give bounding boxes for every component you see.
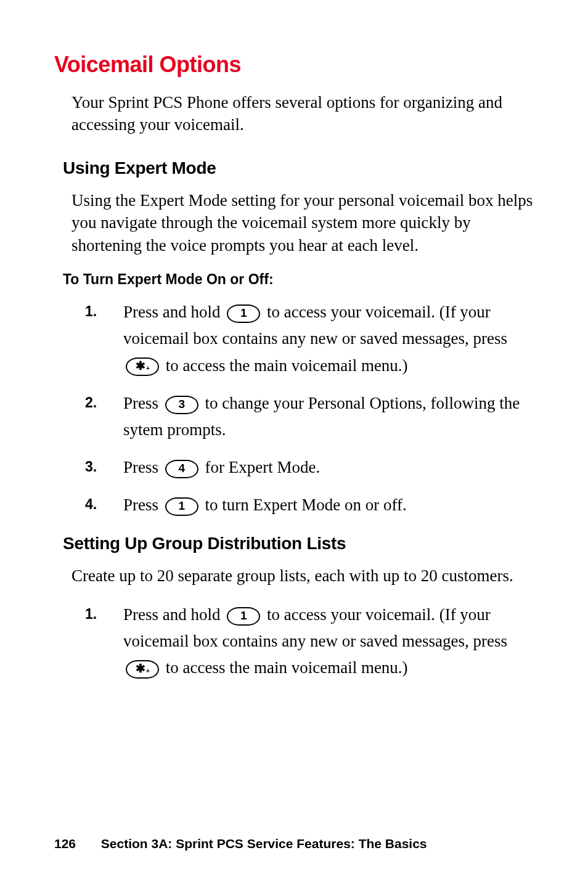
expert-mode-heading: Using Expert Mode <box>54 158 534 178</box>
key-1-icon: 1 <box>165 497 198 516</box>
step-text: to turn Expert Mode on or off. <box>205 496 407 514</box>
expert-mode-body: Using the Expert Mode setting for your p… <box>54 189 534 256</box>
step-text: to access the main voicemail menu.) <box>166 658 408 677</box>
section-title: Voicemail Options <box>54 52 534 78</box>
step-text: for Expert Mode. <box>205 458 321 476</box>
step-text: Press <box>123 394 163 412</box>
step-number: 2. <box>85 391 97 414</box>
key-1-icon: 1 <box>227 607 260 626</box>
step-text: Press <box>123 496 163 514</box>
step-text: Press and hold <box>123 303 224 321</box>
step-item: 2. Press 3 to change your Personal Optio… <box>54 390 534 443</box>
step-number: 3. <box>85 455 97 478</box>
group-lists-heading: Setting Up Group Distribution Lists <box>54 534 534 553</box>
step-text: Press <box>123 458 163 476</box>
step-number: 4. <box>85 493 97 516</box>
footer-label: Section 3A: Sprint PCS Service Features:… <box>101 836 427 851</box>
step-number: 1. <box>85 300 97 323</box>
expert-mode-toggle-heading: To Turn Expert Mode On or Off: <box>54 271 534 288</box>
step-text: Press and hold <box>123 605 224 624</box>
step-number: 1. <box>85 603 97 626</box>
key-4-icon: 4 <box>165 460 198 478</box>
key-star-icon: ✱ <box>126 660 159 679</box>
key-3-icon: 3 <box>165 396 198 414</box>
step-item: 1. Press and hold 1 to access your voice… <box>54 299 534 379</box>
page-footer: 126 Section 3A: Sprint PCS Service Featu… <box>54 836 534 851</box>
page-number: 126 <box>54 836 97 851</box>
group-lists-steps: 1. Press and hold 1 to access your voice… <box>54 602 534 682</box>
step-item: 3. Press 4 for Expert Mode. <box>54 454 534 481</box>
step-item: 1. Press and hold 1 to access your voice… <box>54 602 534 682</box>
step-text: to access the main voicemail menu.) <box>166 356 408 375</box>
section-intro: Your Sprint PCS Phone offers several opt… <box>54 91 534 136</box>
group-lists-body: Create up to 20 separate group lists, ea… <box>54 565 534 587</box>
expert-mode-steps: 1. Press and hold 1 to access your voice… <box>54 299 534 518</box>
document-page: Voicemail Options Your Sprint PCS Phone … <box>0 0 588 882</box>
key-1-icon: 1 <box>227 304 260 323</box>
step-item: 4. Press 1 to turn Expert Mode on or off… <box>54 492 534 518</box>
key-star-icon: ✱ <box>126 357 159 376</box>
